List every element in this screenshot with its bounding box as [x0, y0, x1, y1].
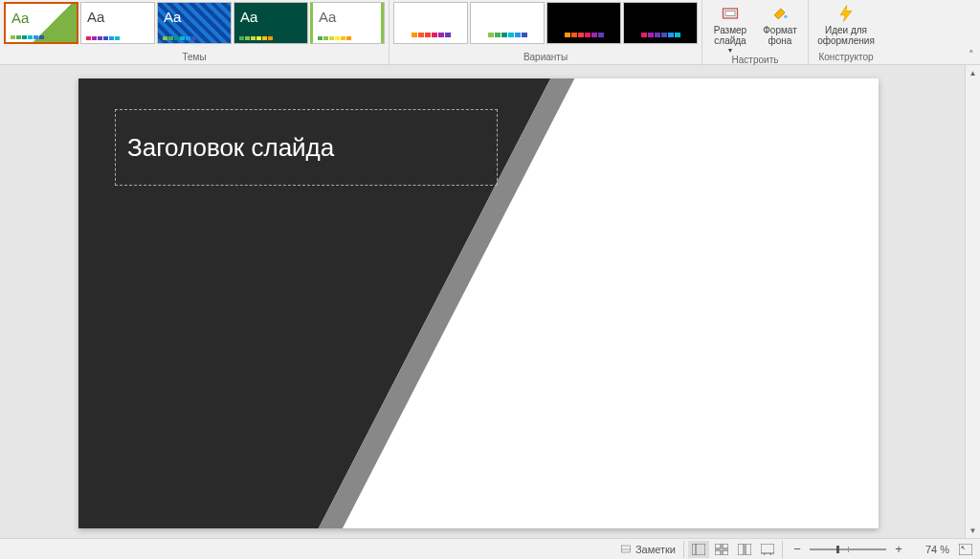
variant-swatch	[488, 33, 527, 37]
theme-thumb-3[interactable]: Aa	[234, 2, 308, 44]
notes-icon	[620, 544, 632, 555]
theme-swatch	[86, 36, 120, 40]
normal-view-button[interactable]	[688, 541, 709, 558]
designer-group: Идеи для оформления Конструктор	[809, 0, 883, 64]
themes-group: AaAaAaAaAa Темы	[0, 0, 390, 64]
svg-rect-7	[715, 544, 721, 548]
paint-bucket-icon	[770, 4, 790, 23]
variants-group-label: Варианты	[523, 52, 568, 62]
theme-aa-label: Aa	[11, 10, 29, 26]
theme-aa-label: Aa	[164, 9, 181, 25]
reading-view-button[interactable]	[734, 541, 755, 558]
svg-rect-13	[761, 544, 774, 553]
notes-button[interactable]: Заметки	[620, 544, 676, 555]
slide-sorter-view-button[interactable]	[711, 541, 732, 558]
fit-to-window-button[interactable]	[957, 544, 974, 555]
zoom-in-button[interactable]: +	[892, 542, 905, 556]
zoom-slider[interactable]	[810, 548, 886, 550]
themes-group-label: Темы	[182, 52, 206, 62]
variant-swatch	[565, 33, 604, 37]
theme-thumb-0[interactable]: Aa	[4, 2, 78, 44]
design-ribbon: AaAaAaAaAa Темы Варианты Размер слайда ▼…	[0, 0, 980, 65]
slide-edit-area: Заголовок слайда ▲ ▼	[0, 65, 980, 538]
variants-group: Варианты	[390, 0, 702, 64]
dropdown-arrow-icon: ▼	[727, 47, 734, 55]
variant-thumb-3[interactable]	[623, 2, 698, 44]
theme-thumb-2[interactable]: Aa	[157, 2, 232, 44]
design-ideas-button[interactable]: Идеи для оформления	[813, 2, 880, 46]
vertical-scrollbar[interactable]: ▲ ▼	[965, 65, 980, 538]
slide-size-icon	[721, 4, 740, 23]
svg-rect-1	[725, 11, 735, 16]
collapse-ribbon-button[interactable]: ˄	[963, 49, 980, 61]
status-bar: Заметки − + 74 %	[0, 538, 980, 559]
lightning-icon	[836, 4, 856, 23]
designer-group-label: Конструктор	[818, 52, 873, 62]
theme-swatch	[318, 36, 351, 40]
scroll-down-button[interactable]: ▼	[966, 523, 980, 538]
customize-group-label: Настроить	[732, 55, 779, 65]
svg-rect-12	[746, 544, 751, 555]
theme-swatch	[163, 36, 196, 40]
format-background-button[interactable]: Формат фона	[756, 2, 804, 55]
variant-swatch	[412, 33, 451, 37]
svg-rect-16	[959, 544, 972, 555]
theme-thumb-1[interactable]: Aa	[80, 2, 155, 44]
zoom-out-button[interactable]: −	[791, 542, 804, 556]
theme-thumb-4[interactable]: Aa	[310, 2, 385, 44]
zoom-control: − + 74 %	[791, 542, 949, 556]
variant-swatch	[641, 33, 680, 37]
svg-point-2	[784, 15, 787, 18]
title-placeholder[interactable]: Заголовок слайда	[115, 109, 498, 186]
theme-aa-label: Aa	[240, 9, 257, 25]
variant-thumb-0[interactable]	[393, 2, 468, 44]
svg-rect-5	[692, 544, 705, 555]
svg-rect-9	[715, 550, 721, 555]
scroll-track[interactable]	[966, 80, 980, 523]
variant-thumb-2[interactable]	[546, 2, 621, 44]
svg-rect-8	[723, 544, 728, 548]
scroll-up-button[interactable]: ▲	[966, 65, 980, 80]
title-placeholder-text: Заголовок слайда	[127, 133, 334, 163]
zoom-percent-label[interactable]: 74 %	[911, 544, 949, 555]
zoom-slider-thumb[interactable]	[836, 546, 839, 553]
view-buttons	[683, 541, 783, 558]
slide-size-button[interactable]: Размер слайда ▼	[706, 2, 754, 55]
theme-aa-label: Aa	[319, 9, 336, 25]
customize-group: Размер слайда ▼ Формат фона Настроить	[702, 0, 809, 64]
slide-canvas[interactable]: Заголовок слайда	[78, 78, 879, 528]
theme-swatch	[239, 36, 273, 40]
svg-rect-11	[738, 544, 744, 555]
slideshow-view-button[interactable]	[757, 541, 778, 558]
svg-rect-3	[621, 546, 630, 552]
theme-aa-label: Aa	[87, 9, 104, 25]
theme-swatch	[11, 35, 44, 39]
variant-thumb-1[interactable]	[470, 2, 545, 44]
svg-rect-10	[723, 550, 728, 555]
